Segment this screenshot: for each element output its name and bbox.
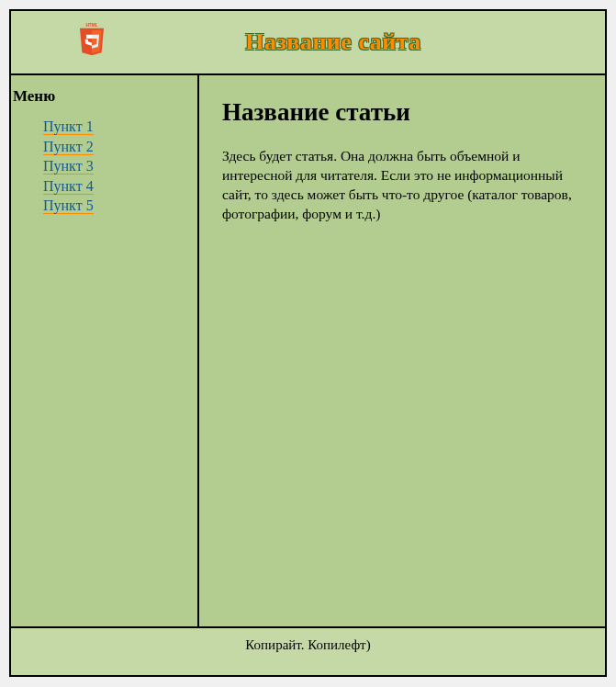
menu-item: Пункт 4: [43, 176, 188, 197]
menu-heading: Меню: [13, 87, 188, 106]
svg-text:HTML: HTML: [85, 23, 97, 28]
body-wrap: Меню Пункт 1 Пункт 2 Пункт 3 Пункт 4 Пун…: [11, 75, 605, 626]
article-title: Название статьи: [222, 98, 582, 127]
menu-link-1[interactable]: Пункт 1: [43, 118, 94, 135]
main-content: Название статьи Здесь будет статья. Она …: [199, 75, 605, 626]
page-container: HTML Название сайта Меню Пункт 1 Пункт 2…: [9, 9, 607, 677]
menu-link-5[interactable]: Пункт 5: [43, 197, 94, 214]
footer-text: Копирайт. Копилефт): [245, 637, 370, 652]
html5-icon: HTML: [75, 20, 108, 59]
menu-link-4[interactable]: Пункт 4: [43, 178, 94, 195]
sidebar: Меню Пункт 1 Пункт 2 Пункт 3 Пункт 4 Пун…: [11, 75, 199, 626]
article-body: Здесь будет статья. Она должна быть объе…: [222, 147, 582, 224]
menu-item: Пункт 3: [43, 156, 188, 176]
menu-link-3[interactable]: Пункт 3: [43, 158, 94, 175]
menu-list: Пункт 1 Пункт 2 Пункт 3 Пункт 4 Пункт 5: [43, 117, 188, 216]
site-header: HTML Название сайта: [11, 11, 605, 75]
menu-link-2[interactable]: Пункт 2: [43, 139, 94, 155]
site-title: Название сайта: [71, 28, 596, 56]
menu-item: Пункт 5: [43, 196, 188, 216]
menu-item: Пункт 2: [43, 137, 188, 157]
menu-item: Пункт 1: [43, 117, 188, 137]
site-footer: Копирайт. Копилефт): [11, 626, 605, 675]
